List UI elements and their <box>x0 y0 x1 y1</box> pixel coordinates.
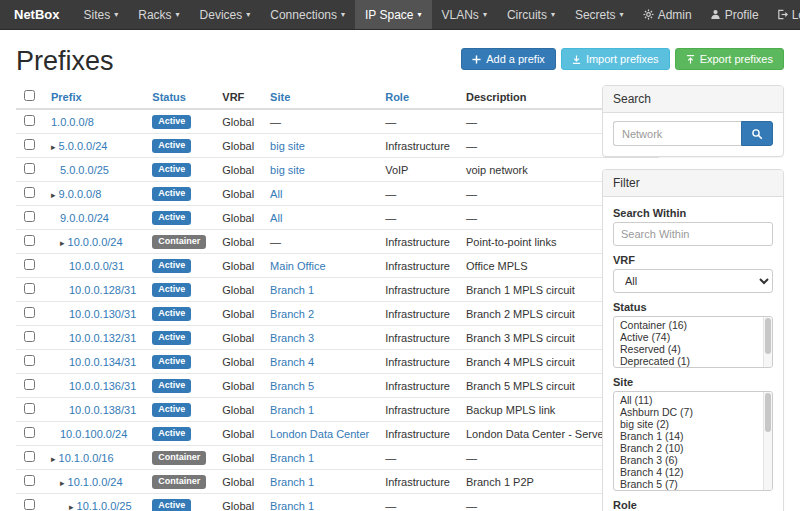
site-link[interactable]: big site <box>270 164 305 176</box>
nav-item-circuits[interactable]: Circuits▾ <box>497 0 565 29</box>
listbox-option[interactable]: big site (2) <box>614 418 772 430</box>
site-link[interactable]: Branch 1 <box>270 284 314 296</box>
prefix-link[interactable]: 10.0.0.130/31 <box>69 308 136 320</box>
prefix-link[interactable]: 10.1.0.0/24 <box>68 476 123 488</box>
prefix-link[interactable]: 1.0.0.0/8 <box>51 116 94 128</box>
caret-down-icon: ▾ <box>483 0 487 30</box>
site-link[interactable]: Branch 1 <box>270 452 314 464</box>
row-checkbox[interactable] <box>24 355 35 366</box>
row-checkbox[interactable] <box>24 307 35 318</box>
site-link[interactable]: All <box>270 188 282 200</box>
site-listbox[interactable]: All (11)Ashburn DC (7)big site (2)Branch… <box>613 391 773 491</box>
add-prefix-button[interactable]: Add a prefix <box>461 48 556 70</box>
vrf-cell: Global <box>214 326 262 350</box>
site-link[interactable]: London Data Center <box>270 428 369 440</box>
prefix-link[interactable]: 10.0.0.0/24 <box>68 236 123 248</box>
nav-item-devices[interactable]: Devices▾ <box>190 0 261 29</box>
site-link[interactable]: Branch 5 <box>270 380 314 392</box>
column-header-vrf[interactable]: VRF <box>214 85 262 109</box>
listbox-option[interactable]: Branch 1 (14) <box>614 430 772 442</box>
prefix-link[interactable]: 10.0.0.136/31 <box>69 380 136 392</box>
prefix-link[interactable]: 9.0.0.0/24 <box>60 212 109 224</box>
row-checkbox[interactable] <box>24 451 35 462</box>
nav-item-ip-space[interactable]: IP Space▾ <box>355 0 432 29</box>
column-header-prefix[interactable]: Prefix <box>43 85 144 109</box>
search-button[interactable] <box>741 121 773 146</box>
status-listbox-scrollbar[interactable] <box>763 317 772 367</box>
prefix-link[interactable]: 10.0.0.138/31 <box>69 404 136 416</box>
status-listbox[interactable]: Container (16)Active (74)Reserved (4)Dep… <box>613 316 773 368</box>
prefix-link[interactable]: 5.0.0.0/24 <box>59 140 108 152</box>
nav-item-sites[interactable]: Sites▾ <box>74 0 129 29</box>
listbox-option[interactable]: SC0-1-24 (4) <box>614 490 772 491</box>
nav-item-vlans[interactable]: VLANs▾ <box>432 0 497 29</box>
brand-logo[interactable]: NetBox <box>0 0 74 29</box>
row-checkbox[interactable] <box>24 235 35 246</box>
site-link[interactable]: Branch 2 <box>270 308 314 320</box>
nav-item-admin[interactable]: Admin <box>634 0 701 29</box>
row-checkbox[interactable] <box>24 427 35 438</box>
site-link[interactable]: big site <box>270 140 305 152</box>
column-header-role[interactable]: Role <box>377 85 458 109</box>
row-checkbox[interactable] <box>24 211 35 222</box>
nav-item-connections[interactable]: Connections▾ <box>260 0 355 29</box>
row-checkbox[interactable] <box>24 403 35 414</box>
site-cell: Branch 1 <box>262 494 377 511</box>
prefix-link[interactable]: 9.0.0.0/8 <box>59 188 102 200</box>
site-link[interactable]: Branch 1 <box>270 476 314 488</box>
listbox-option[interactable]: Branch 2 (10) <box>614 442 772 454</box>
vrf-cell: Global <box>214 398 262 422</box>
site-link[interactable]: Branch 4 <box>270 356 314 368</box>
prefix-link[interactable]: 10.0.0.134/31 <box>69 356 136 368</box>
prefix-link[interactable]: 10.0.0.128/31 <box>69 284 136 296</box>
listbox-option[interactable]: Branch 5 (7) <box>614 478 772 490</box>
search-input[interactable] <box>613 121 741 146</box>
nav-item-racks[interactable]: Racks▾ <box>128 0 189 29</box>
row-checkbox[interactable] <box>24 379 35 390</box>
column-header-site[interactable]: Site <box>262 85 377 109</box>
listbox-option[interactable]: Branch 3 (6) <box>614 454 772 466</box>
export-prefixes-button[interactable]: Export prefixes <box>675 48 784 70</box>
site-link[interactable]: Branch 1 <box>270 500 314 511</box>
row-checkbox[interactable] <box>24 283 35 294</box>
import-prefixes-button[interactable]: Import prefixes <box>561 48 670 70</box>
row-checkbox[interactable] <box>24 187 35 198</box>
listbox-option[interactable]: Ashburn DC (7) <box>614 406 772 418</box>
prefix-link[interactable]: 5.0.0.0/25 <box>60 164 109 176</box>
listbox-option[interactable]: Branch 4 (12) <box>614 466 772 478</box>
vrf-cell: Global <box>214 109 262 134</box>
row-indent <box>51 317 69 318</box>
prefix-link[interactable]: 10.0.0.0/31 <box>69 260 124 272</box>
vrf-filter-label: VRF <box>613 252 773 266</box>
site-link[interactable]: Branch 3 <box>270 332 314 344</box>
row-checkbox[interactable] <box>24 499 35 510</box>
site-link[interactable]: Branch 1 <box>270 404 314 416</box>
prefix-link[interactable]: 10.0.0.132/31 <box>69 332 136 344</box>
select-all-checkbox[interactable] <box>24 90 35 101</box>
site-link[interactable]: All <box>270 212 282 224</box>
search-within-label: Search Within <box>613 205 773 219</box>
row-checkbox[interactable] <box>24 139 35 150</box>
nav-item-secrets[interactable]: Secrets▾ <box>565 0 634 29</box>
row-checkbox[interactable] <box>24 475 35 486</box>
column-header-status[interactable]: Status <box>144 85 214 109</box>
listbox-option[interactable]: Active (74) <box>614 331 772 343</box>
vrf-cell: Global <box>214 374 262 398</box>
row-checkbox[interactable] <box>24 163 35 174</box>
prefix-link[interactable]: 10.1.0.0/25 <box>77 500 132 511</box>
listbox-option[interactable]: Reserved (4) <box>614 343 772 355</box>
row-checkbox[interactable] <box>24 331 35 342</box>
listbox-option[interactable]: Container (16) <box>614 319 772 331</box>
prefix-link[interactable]: 10.0.100.0/24 <box>60 428 127 440</box>
row-checkbox[interactable] <box>24 115 35 126</box>
site-link[interactable]: Main Office <box>270 260 325 272</box>
nav-item-logout[interactable]: Log out <box>768 0 800 29</box>
nav-item-profile[interactable]: Profile <box>701 0 768 29</box>
vrf-select[interactable]: All <box>613 269 773 293</box>
row-checkbox[interactable] <box>24 259 35 270</box>
listbox-option[interactable]: All (11) <box>614 394 772 406</box>
prefix-link[interactable]: 10.1.0.0/16 <box>59 452 114 464</box>
site-listbox-scrollbar[interactable] <box>763 392 772 490</box>
listbox-option[interactable]: Deprecated (1) <box>614 355 772 367</box>
search-within-input[interactable] <box>613 222 773 246</box>
